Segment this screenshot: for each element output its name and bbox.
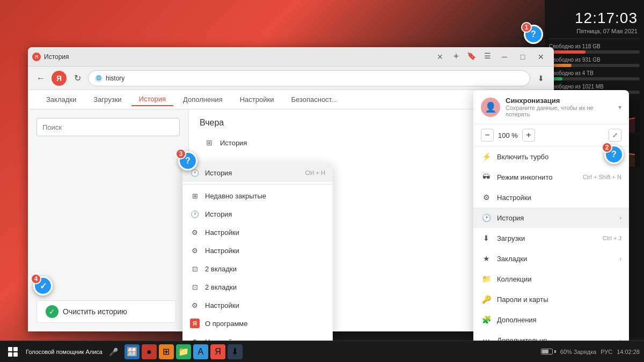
dropdown-item-downloads[interactable]: ⬇ Загрузки Ctrl + J: [473, 228, 629, 248]
context-menu-item-history[interactable]: 🕐 История Ctrl + H: [182, 164, 333, 182]
nav-tab-security[interactable]: Безопасност...: [283, 93, 345, 106]
close-button[interactable]: ✕: [532, 48, 550, 65]
clock-section: 12:17:03 Пятница, 07 Мая 2021: [549, 5, 640, 39]
passwords-icon: 🔑: [481, 294, 492, 305]
context-icon-settings2: ⚙: [190, 246, 200, 255]
context-menu-item-settings1[interactable]: ⚙ Настройки: [182, 223, 333, 241]
helper-badge-1: 1 ?: [524, 25, 543, 44]
context-icon-settings3: ⚙: [190, 300, 200, 310]
nav-tab-settings[interactable]: Настройки: [232, 93, 282, 106]
zoom-fullscreen-button[interactable]: ⤢: [609, 129, 621, 142]
battery-icon: [541, 349, 556, 354]
taskbar-icon-1[interactable]: 🪟: [125, 344, 140, 359]
battery-fill: [542, 350, 548, 353]
address-bar[interactable]: 🌐 history: [88, 70, 530, 86]
clock-time: 12:17:03: [551, 10, 638, 27]
context-item-settings2-label: Настройки: [205, 247, 239, 255]
taskbar-icon-3[interactable]: ⊞: [159, 344, 174, 359]
history-item-icon-1: ⊞: [204, 137, 215, 148]
maximize-button[interactable]: □: [514, 48, 531, 65]
context-item-about-label: О программе: [205, 320, 248, 328]
clock-date: Пятница, 07 Мая 2021: [551, 28, 638, 34]
clear-history-button[interactable]: ✓ Очистить историю: [36, 300, 176, 323]
microphone-icon[interactable]: 🎤: [109, 348, 118, 356]
tab-close-button[interactable]: ✕: [434, 51, 447, 62]
dropdown-item-settings-label: Настройки: [497, 194, 531, 202]
context-menu-item-recently-closed[interactable]: ⊞ Недавно закрытые: [182, 187, 333, 205]
extensions-icon: 🧩: [481, 314, 492, 325]
taskbar-icon-6[interactable]: Я: [210, 344, 225, 359]
zoom-in-button[interactable]: +: [522, 129, 535, 142]
taskbar-icon-7[interactable]: ⬇: [228, 344, 243, 359]
context-menu-item-about[interactable]: Я О программе: [182, 314, 333, 333]
dropdown-item-incognito-label: Режим инкогнито: [497, 173, 552, 181]
user-name: Синхронизация: [506, 97, 613, 105]
dropdown-item-settings[interactable]: ⚙ Настройки: [473, 187, 629, 208]
context-menu-item-hist2[interactable]: 🕐 История: [182, 205, 333, 223]
context-menu: 🕐 История Ctrl + H ⊞ Недавно закрытые 🕐 …: [182, 164, 333, 362]
context-icon-tabs1: ⊡: [190, 264, 200, 274]
context-menu-item-settings3[interactable]: ⚙ Настройки: [182, 296, 333, 314]
context-item-hist2-label: История: [205, 210, 232, 218]
download-icon-btn[interactable]: ⬇: [533, 71, 548, 86]
taskbar-icon-5[interactable]: A: [193, 344, 208, 359]
incognito-shortcut: Ctrl + Shift + N: [583, 174, 621, 180]
context-menu-item-tabs2[interactable]: ⊡ 2 вкладки: [182, 278, 333, 296]
user-sub: Сохраните данные, чтобы их не потерять: [506, 105, 613, 117]
context-menu-item-settings2[interactable]: ⚙ Настройки: [182, 241, 333, 260]
history-item-text-1: История: [220, 139, 247, 147]
dropdown-item-bookmarks-label: Закладки: [497, 255, 527, 263]
dropdown-header: 👤 Синхронизация Сохраните данные, чтобы …: [473, 90, 629, 124]
incognito-icon: 🕶: [481, 172, 492, 182]
dropdown-item-incognito[interactable]: 🕶 Режим инкогнито Ctrl + Shift + N: [473, 167, 629, 187]
dropdown-expand-icon[interactable]: ▾: [618, 104, 621, 111]
nav-tab-downloads[interactable]: Загрузки: [86, 93, 129, 106]
dropdown-item-history[interactable]: 🕐 История ›: [473, 208, 629, 228]
yandex-logo[interactable]: Я: [52, 71, 67, 86]
badge-number-4: 4: [31, 274, 41, 284]
taskbar-right: 60% Зарядка РУС 14:02:28: [541, 349, 640, 355]
nav-tab-history[interactable]: История: [131, 93, 173, 106]
menu-icon-btn[interactable]: ☰: [480, 48, 495, 63]
bookmark-icon-btn[interactable]: 🔖: [464, 48, 479, 63]
taskbar-assistant-label: Голосовой помощник Алиса: [26, 349, 103, 355]
history-arrow-icon: ›: [619, 215, 621, 221]
back-button[interactable]: ←: [33, 71, 48, 86]
dropdown-item-passwords[interactable]: 🔑 Пароли и карты: [473, 289, 629, 309]
context-menu-item-tabs1[interactable]: ⊡ 2 вкладки: [182, 260, 333, 278]
badge-number-3: 3: [175, 149, 186, 159]
start-button[interactable]: [4, 343, 21, 360]
bookmarks-icon: ★: [481, 253, 492, 264]
dropdown-item-collections[interactable]: 📁 Коллекции: [473, 269, 629, 289]
search-input[interactable]: [36, 118, 180, 136]
collections-icon: 📁: [481, 274, 492, 284]
taskbar-app-icons: 🪟 ● ⊞ 📁 A Я ⬇: [125, 344, 541, 359]
taskbar-icon-2[interactable]: ●: [142, 344, 157, 359]
window-controls: 🔖 ☰ ─ □ ✕: [464, 48, 550, 65]
storage-item-3: Свободно из 4 TB: [549, 70, 640, 80]
minimize-button[interactable]: ─: [496, 48, 513, 65]
browser-titlebar: Я История ✕ + 🔖 ☰ ─ □ ✕: [28, 47, 554, 67]
nav-tab-bookmarks[interactable]: Закладки: [39, 93, 84, 106]
left-sidebar: [28, 109, 189, 331]
context-icon-about: Я: [190, 319, 200, 328]
dropdown-item-passwords-label: Пароли и карты: [497, 295, 548, 304]
nav-tab-extensions[interactable]: Дополнения: [175, 93, 230, 106]
dropdown-item-bookmarks[interactable]: ★ Закладки ›: [473, 248, 629, 269]
context-icon-hist2: 🕐: [190, 209, 200, 219]
helper-badge-3: 3 ?: [178, 151, 197, 171]
badge-number-2: 2: [602, 142, 612, 153]
zoom-value: 100 %: [498, 131, 518, 139]
new-tab-button[interactable]: +: [449, 49, 464, 64]
downloads-icon: ⬇: [481, 233, 492, 243]
context-item-settings1-label: Настройки: [205, 228, 239, 237]
taskbar-icon-4[interactable]: 📁: [176, 344, 191, 359]
refresh-button[interactable]: ↻: [70, 71, 85, 86]
context-divider-1: [182, 184, 333, 184]
helper-badge-4: 4 ✓: [33, 276, 53, 295]
context-item-tabs1-label: 2 вкладки: [205, 265, 237, 273]
dropdown-item-extensions[interactable]: 🧩 Дополнения: [473, 309, 629, 330]
zoom-out-button[interactable]: −: [481, 129, 494, 142]
downloads-shortcut: Ctrl + J: [603, 235, 621, 241]
check-circle-icon: ✓: [46, 305, 58, 318]
